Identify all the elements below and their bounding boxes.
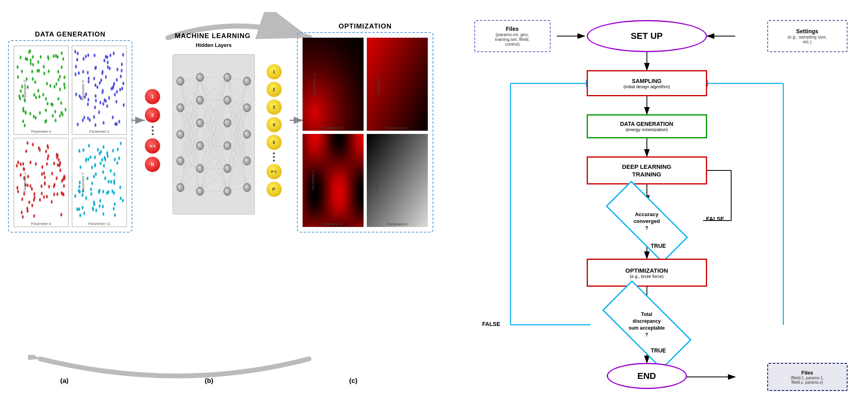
heatmap-cell-3: Parameter-2 Parameter-11	[303, 134, 364, 227]
scatter-cell-1: Parameter-3 Parameter-4	[14, 46, 69, 135]
heatmap-cell-2: Parameter-15 Parameter-14	[367, 38, 428, 131]
output-node-2: 2	[266, 82, 282, 97]
files-input-sub: (params-ml, geo,training.set, ffield,con…	[495, 32, 529, 47]
input-node-n: N	[145, 157, 160, 172]
hm-ylabel-3: Parameter-2	[311, 170, 315, 190]
hm-xlabel-1: Parameter-12	[322, 126, 344, 130]
data-gen-fc-sub: (energy minimization)	[626, 127, 668, 132]
hm-ylabel-2: Parameter-15	[376, 73, 380, 95]
input-node-dots	[152, 126, 154, 135]
end-label: END	[637, 371, 656, 381]
output-node-1: 1	[266, 64, 282, 79]
label-c: (c)	[349, 377, 358, 385]
data-generation-section: DATA GENERATION Parameter-3 Parameter-4 …	[8, 40, 132, 233]
files-input-box: Files (params-ml, geo,training.set, ffie…	[474, 20, 551, 52]
left-diagram: DATA GENERATION Parameter-3 Parameter-4 …	[8, 8, 449, 401]
heatmap-cell-1: Parameter-14 Parameter-12	[303, 38, 364, 131]
discrepancy-diamond: Totaldiscrepancysum acceptable?	[587, 301, 707, 349]
end-oval: END	[607, 363, 687, 389]
label-b: (b)	[205, 377, 213, 385]
scatter-xlabel-1: Parameter-4	[31, 130, 51, 134]
scatter-xlabel-4: Parameter-11	[88, 222, 110, 226]
optimization-sub: (e.g., brute force)	[630, 274, 663, 279]
output-node-5: 5	[266, 135, 282, 150]
flowchart: Files (params-ml, geo,training.set, ffie…	[470, 12, 852, 405]
sampling-box: SAMPLING (initial design algorithm)	[587, 70, 707, 96]
hm-xlabel-2: Parameter-14	[386, 126, 408, 130]
main-container: DATA GENERATION Parameter-3 Parameter-4 …	[0, 0, 868, 409]
true-label-2: TRUE	[651, 347, 666, 354]
opt-section: OPTIMIZATION Parameter-14 Parameter-12 P…	[297, 32, 433, 233]
accuracy-label: Accuracyconverged?	[634, 211, 660, 232]
files-output-sub: (ffield.1, params.1,ffield.x, params.x)	[791, 376, 824, 385]
right-flowchart: Files (params-ml, geo,training.set, ffie…	[461, 8, 860, 401]
opt-label: OPTIMIZATION	[339, 22, 392, 30]
input-nodes: 1 2 N-1 N	[140, 89, 165, 172]
scatter-ylabel-4: Parameter-7	[81, 172, 85, 192]
scatter-grid: Parameter-3 Parameter-4 Parameter-5 Para…	[9, 41, 132, 232]
output-node-p1: P-1	[266, 164, 282, 179]
heatmap-cell-4: Parameter-3 Parameter-9	[367, 134, 428, 227]
hm-ylabel-4: Parameter-3	[375, 170, 379, 190]
sampling-label: SAMPLING	[632, 78, 662, 84]
dl-training-box: DEEP LEARNINGTRAINING	[587, 156, 707, 184]
label-a: (a)	[60, 377, 69, 385]
sampling-sub: (initial design algorithm)	[623, 84, 670, 89]
hidden-layers-area: Hidden Layers	[165, 42, 263, 219]
input-node-2: 2	[145, 107, 160, 123]
settings-label: Settings	[796, 28, 818, 34]
optimization-label: OPTIMIZATION	[625, 267, 668, 274]
accuracy-diamond: Accuracyconverged?	[595, 200, 699, 243]
scatter-ylabel-1: Parameter-3	[23, 80, 27, 100]
true-label-1: TRUE	[651, 243, 666, 249]
setup-label: SET UP	[631, 31, 663, 41]
ml-inner: 1 2 N-1 N Hidden Layers	[140, 42, 285, 219]
scatter-cell-3: Parameter-2 Parameter-4	[14, 138, 69, 227]
scatter-ylabel-2: Parameter-5	[81, 80, 85, 100]
output-node-dots	[273, 152, 275, 162]
false-label-2: FALSE	[482, 321, 500, 327]
dl-training-label: DEEP LEARNINGTRAINING	[622, 163, 671, 178]
files-output-label: Files	[801, 370, 813, 376]
heatmap-grid: Parameter-14 Parameter-12 Parameter-15 P…	[298, 33, 433, 232]
files-output-box: Files (ffield.1, params.1,ffield.x, para…	[767, 363, 848, 391]
data-gen-fc-label: DATA GENERATION	[620, 121, 673, 127]
input-node-1: 1	[145, 89, 160, 104]
ml-label: MACHINE LEARNING	[140, 32, 285, 40]
settings-box: Settings (e.g., sampling size,etc.)	[767, 20, 848, 52]
discrepancy-label: Totaldiscrepancysum acceptable?	[628, 311, 665, 338]
scatter-cell-2: Parameter-5 Parameter-1	[72, 46, 127, 135]
hl-box	[173, 54, 255, 215]
input-node-n1: N-1	[145, 138, 160, 154]
optimization-box: OPTIMIZATION (e.g., brute force)	[587, 259, 707, 287]
hm-xlabel-3: Parameter-11	[322, 222, 344, 226]
false-label-1: FALSE	[706, 216, 724, 222]
scatter-xlabel-3: Parameter-4	[31, 222, 51, 226]
files-input-label: Files	[506, 26, 519, 32]
data-gen-label: DATA GENERATION	[35, 30, 106, 38]
scatter-cell-4: Parameter-7 Parameter-11	[72, 138, 127, 227]
curved-arrow-bottom	[28, 355, 329, 395]
settings-sub: (e.g., sampling size,etc.)	[788, 34, 827, 44]
ml-section: MACHINE LEARNING 1 2 N-1 N Hidden La	[140, 32, 285, 233]
output-node-3: 3	[266, 99, 282, 115]
scatter-ylabel-3: Parameter-2	[23, 172, 27, 192]
output-nodes: 1 2 3 4 5 P-1 P	[263, 64, 285, 197]
output-node-p: P	[266, 182, 282, 197]
output-node-4: 4	[266, 117, 282, 132]
data-gen-fc-box: DATA GENERATION (energy minimization)	[587, 114, 707, 138]
scatter-xlabel-2: Parameter-1	[89, 130, 109, 134]
hm-ylabel-1: Parameter-14	[312, 73, 316, 95]
hidden-layers-label: Hidden Layers	[165, 42, 263, 48]
hm-xlabel-4: Parameter-9	[387, 222, 407, 226]
setup-oval: SET UP	[587, 20, 707, 52]
